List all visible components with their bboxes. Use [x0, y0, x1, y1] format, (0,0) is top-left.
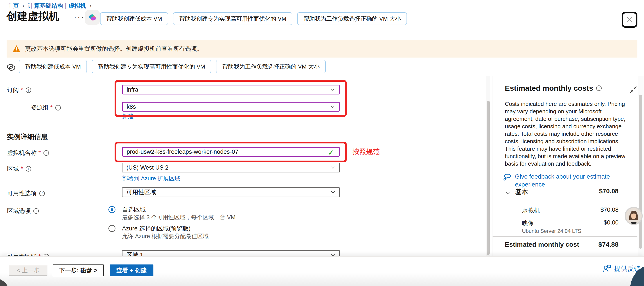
zone-radio-self-select[interactable]	[108, 206, 116, 213]
close-icon	[626, 16, 634, 24]
tree-connector	[14, 95, 14, 111]
resource-group-label: 资源组 *	[31, 104, 61, 112]
info-icon[interactable]	[39, 191, 45, 196]
copilot-suggestions-header: 帮助我创建低成本 VM 帮助我创建专为实现高可用性而优化的 VM 帮助我为工作负…	[100, 12, 407, 25]
page-title: 创建虚拟机	[6, 9, 59, 23]
availability-options-label: 可用性选项	[7, 189, 45, 197]
info-icon[interactable]	[26, 87, 31, 93]
review-create-button[interactable]: 查看 + 创建	[110, 264, 154, 276]
cost-row-amount: $0.00	[505, 219, 618, 226]
panel-scrollbar-thumb[interactable]	[639, 95, 642, 249]
copilot-suggestions-inline: 帮助我创建低成本 VM 帮助我创建专为实现高可用性而优化的 VM 帮助我为工作负…	[19, 60, 326, 73]
warning-banner: 更改基本选项可能会重置所做的选择。创建虚拟机前查看所有选项。	[6, 40, 638, 58]
copilot-outline-icon	[6, 62, 16, 73]
copilot-icon[interactable]	[85, 10, 100, 25]
breadcrumb: 主页 计算基础结构 | 虚拟机	[7, 2, 95, 10]
region-dropdown[interactable]: (US) West US 2	[122, 163, 340, 172]
subscription-label: 订阅 *	[7, 86, 31, 94]
more-button[interactable]	[74, 13, 85, 22]
panel-divider	[492, 76, 493, 256]
resource-group-dropdown[interactable]: k8s	[122, 102, 340, 112]
chevron-down-icon	[330, 86, 336, 93]
section-title: 实例详细信息	[7, 132, 48, 141]
feedback-link[interactable]: 提供反馈	[602, 264, 640, 273]
breadcrumb-link-home[interactable]: 主页	[7, 2, 19, 10]
estimate-feedback-link[interactable]: Give feedback about your estimate experi…	[503, 173, 625, 188]
next-button[interactable]: 下一步: 磁盘 >	[53, 264, 104, 276]
zone-radio-azure-select[interactable]	[108, 225, 116, 232]
copilot-logo-icon	[88, 13, 97, 22]
region-label: 区域 *	[7, 165, 31, 173]
annotation-text: 按照规范	[352, 147, 380, 156]
breadcrumb-separator-icon	[90, 3, 92, 9]
vm-name-input[interactable]: prod-usw2-k8s-freeleaps-worker-nodes-07	[122, 147, 340, 157]
breadcrumb-separator-icon	[22, 3, 24, 9]
info-icon[interactable]	[596, 85, 602, 91]
warning-icon	[12, 45, 21, 53]
chevron-down-icon	[330, 164, 336, 171]
availability-options-dropdown[interactable]: 可用性区域	[122, 187, 340, 197]
vm-name-label: 虚拟机名称 *	[7, 149, 49, 157]
feedback-person-icon	[602, 264, 612, 273]
zone-radio-self-select-desc: 最多选择 3 个可用性区域，每个区域一台 VM	[122, 213, 236, 221]
collapse-icon[interactable]	[630, 86, 638, 94]
subscription-dropdown[interactable]: infra	[122, 85, 340, 94]
footer: < 上一步 下一步: 磁盘 > 查看 + 创建 提供反馈	[0, 256, 644, 286]
zone-radio-self-select-label: 自选区域	[122, 206, 146, 213]
total-cost-amount: $74.88	[505, 241, 618, 248]
extended-zones-link[interactable]: 部署到 Azure 扩展区域	[122, 175, 180, 182]
copilot-suggestion-button[interactable]: 帮助我创建专为实现高可用性而优化的 VM	[173, 12, 292, 25]
copilot-suggestion-button[interactable]: 帮助我创建专为实现高可用性而优化的 VM	[92, 60, 211, 73]
copilot-suggestion-button[interactable]: 帮助我为工作负载选择正确的 VM 大小	[216, 60, 326, 73]
zone-radio-azure-select-desc: 允许 Azure 根据需要分配最佳区域	[122, 232, 208, 240]
panel-divider	[492, 236, 638, 236]
breadcrumb-link-compute[interactable]: 计算基础结构 | 虚拟机	[28, 2, 86, 10]
tree-connector	[14, 111, 27, 111]
cost-row-amount: $70.08	[505, 206, 618, 213]
copilot-suggestion-button[interactable]: 帮助我创建低成本 VM	[100, 12, 168, 25]
validation-check-icon	[328, 148, 334, 157]
cost-group-amount: $70.08	[505, 188, 618, 195]
copilot-suggestion-button[interactable]: 帮助我创建低成本 VM	[19, 60, 87, 73]
main-scrollbar-thumb[interactable]	[486, 101, 490, 255]
feedback-bubbles-icon	[503, 173, 512, 181]
create-new-link[interactable]: 新建	[122, 112, 134, 120]
info-icon[interactable]	[55, 105, 61, 111]
zone-radio-azure-select-label: Azure 选择的区域(预览版)	[122, 224, 190, 232]
copilot-suggestion-button[interactable]: 帮助我为工作负载选择正确的 VM 大小	[297, 12, 407, 25]
info-icon[interactable]	[33, 208, 39, 214]
cost-panel-title: Estimated monthly costs	[505, 84, 602, 93]
zone-options-label: 区域选项	[7, 207, 39, 215]
cost-description: Costs indicated here are estimates only.…	[505, 100, 631, 167]
avatar[interactable]	[625, 207, 643, 225]
chevron-down-icon	[330, 189, 336, 195]
chevron-down-icon	[330, 103, 336, 110]
warning-text: 更改基本选项可能会重置所做的选择。创建虚拟机前查看所有选项。	[25, 45, 203, 53]
info-icon[interactable]	[26, 166, 31, 172]
cost-row-subtext: Ubuntu Server 24.04 LTS	[522, 228, 581, 234]
info-icon[interactable]	[44, 150, 49, 156]
previous-button[interactable]: < 上一步	[9, 265, 48, 276]
create-vm-blade: 主页 计算基础结构 | 虚拟机 创建虚拟机 帮助我创建低成本 VM 帮助我创建专…	[0, 0, 644, 286]
close-button[interactable]	[622, 12, 638, 28]
